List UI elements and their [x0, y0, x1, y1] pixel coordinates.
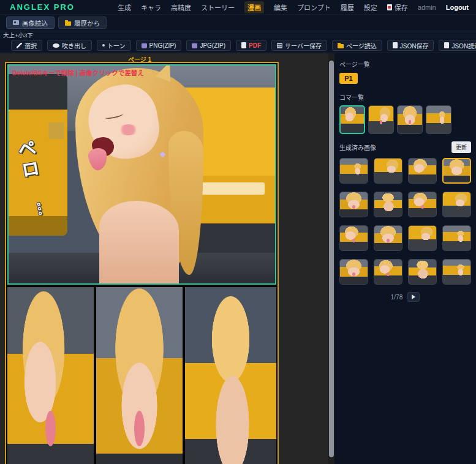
nav-prompt[interactable]: プロンプト [297, 2, 331, 12]
scene-girl-body [99, 201, 179, 285]
app-logo: ANGLEX PRO [10, 2, 75, 12]
main-nav: 生成 キャラ 高精度 ストーリー 漫画 編集 プロンプト 履歴 設定 保存 ad… [118, 1, 469, 13]
page-count: 1/78 [391, 294, 402, 301]
dot-icon [102, 44, 105, 47]
generated-thumbnail-9[interactable] [339, 225, 368, 251]
generated-header: 生成済み画像 更新 [339, 141, 471, 153]
refresh-button[interactable]: 更新 [451, 141, 471, 153]
nav-high-precision[interactable]: 高精度 [171, 2, 191, 12]
user-name: admin [418, 4, 436, 11]
nav-history[interactable]: 履歴 [341, 2, 354, 12]
pagination: 1/78 [339, 292, 471, 302]
koma-thumbnail-2[interactable] [368, 105, 394, 134]
generated-thumbnail-8[interactable] [442, 192, 471, 217]
tab-image-load[interactable]: 画像読込 [6, 17, 55, 29]
nav-save[interactable]: 保存 [387, 2, 408, 12]
pages-title: ページ一覧 [339, 59, 471, 69]
tab-from-history[interactable]: 履歴から [58, 17, 107, 29]
json-save-button[interactable]: JSON保存 [387, 40, 434, 51]
generated-thumbnail-10[interactable] [374, 225, 402, 251]
nav-character[interactable]: キャラ [141, 2, 161, 12]
panel-hint-text: Delete/BSキーで削除 | 画像クリックで差替え [12, 68, 144, 77]
generated-thumbnail-12[interactable] [442, 225, 471, 251]
server-save-button[interactable]: サーバー保存 [271, 40, 327, 51]
canvas-area: ページ 1 Delete/BSキーで削除 | 画像クリックで差替え [0, 53, 334, 464]
koma-thumbnail-1[interactable] [339, 105, 365, 134]
vertical-scrollbar [328, 53, 334, 464]
speech-bubble-icon [53, 43, 59, 48]
save-doc-icon [387, 4, 392, 10]
cursor-icon [17, 43, 22, 48]
top-nav: ANGLEX PRO 生成 キャラ 高精度 ストーリー 漫画 編集 プロンプト … [0, 0, 476, 15]
generated-grid [339, 158, 471, 285]
nav-manga[interactable]: 漫画 [244, 1, 264, 13]
generated-thumbnail-2[interactable] [374, 158, 402, 184]
generated-thumbnail-5[interactable] [339, 192, 368, 217]
generated-thumbnail-14[interactable] [374, 259, 402, 285]
jpg-zip-button[interactable]: JPG(ZIP) [186, 40, 231, 51]
toolbar: 選択 吹き出し トーン PNG(ZIP) JPG(ZIP) PDF サーバー保存… [0, 39, 476, 53]
generated-thumbnail-15[interactable] [408, 259, 437, 285]
main-area: ページ 1 Delete/BSキーで削除 | 画像クリックで差替え [0, 53, 476, 464]
png-zip-button[interactable]: PNG(ZIP) [136, 40, 182, 51]
folder-icon [338, 44, 344, 48]
generated-thumbnail-6[interactable] [374, 192, 402, 217]
koma-thumbnail-4[interactable] [426, 105, 451, 134]
select-tool-button[interactable]: 選択 [11, 40, 42, 51]
generated-thumbnail-4[interactable] [442, 158, 471, 184]
generated-thumbnail-13[interactable] [339, 259, 368, 285]
panel-small-1[interactable] [7, 287, 94, 464]
generated-thumbnail-16[interactable] [442, 259, 471, 285]
panel-small-2[interactable] [96, 287, 183, 464]
scrollbar-thumb[interactable] [329, 61, 334, 457]
server-icon [277, 43, 282, 48]
koma-thumbnail-3[interactable] [397, 105, 423, 134]
generated-thumbnail-7[interactable] [408, 192, 437, 217]
speech-bubble-button[interactable]: 吹き出し [47, 40, 92, 51]
document-icon [393, 42, 398, 48]
scene-blush [118, 124, 139, 135]
nav-save-label: 保存 [395, 2, 408, 12]
source-tabs: 画像読込 履歴から [0, 15, 476, 31]
nav-story[interactable]: ストーリー [201, 2, 235, 12]
nav-edit[interactable]: 編集 [274, 2, 287, 12]
panels-title: コマ一覧 [339, 92, 471, 102]
package-icon [142, 43, 147, 48]
package-icon [192, 43, 197, 48]
page-load-button[interactable]: ページ読込 [332, 40, 382, 51]
panel-small-3[interactable] [185, 287, 276, 464]
pdf-button[interactable]: PDF [236, 40, 266, 51]
document-icon [241, 42, 246, 48]
generated-thumbnail-1[interactable] [339, 158, 368, 184]
image-icon [13, 20, 19, 25]
sfx-pero: ペロ [14, 138, 41, 182]
page-1-button[interactable]: P1 [339, 73, 358, 84]
folder-icon [65, 21, 71, 26]
nav-settings[interactable]: 設定 [364, 2, 377, 12]
tab-image-load-label: 画像読込 [22, 18, 48, 28]
next-page-button[interactable] [407, 292, 420, 302]
generated-thumbnail-3[interactable] [408, 158, 437, 184]
json-load-button[interactable]: JSON読込 [439, 40, 476, 51]
manga-page: Delete/BSキーで削除 | 画像クリックで差替え ペロ 。。。 [5, 62, 279, 464]
tab-from-history-label: 履歴から [74, 18, 100, 28]
tone-button[interactable]: トーン [97, 40, 131, 51]
sfx-dots: 。。。 [30, 202, 43, 222]
generated-thumbnail-11[interactable] [408, 225, 437, 251]
panel-row [7, 287, 276, 464]
play-icon [412, 294, 415, 299]
panel-large[interactable]: Delete/BSキーで削除 | 画像クリックで差替え ペロ 。。。 [7, 64, 276, 285]
koma-list [339, 105, 471, 134]
sidebar: ページ一覧 P1 コマ一覧 生成済み画像 更新 [334, 53, 476, 464]
generated-title: 生成済み画像 [339, 143, 376, 152]
document-icon [444, 42, 449, 48]
logout-button[interactable]: Logout [446, 4, 469, 11]
nav-generate[interactable]: 生成 [118, 2, 131, 12]
layout-name: 大上+小3下 [0, 31, 476, 39]
